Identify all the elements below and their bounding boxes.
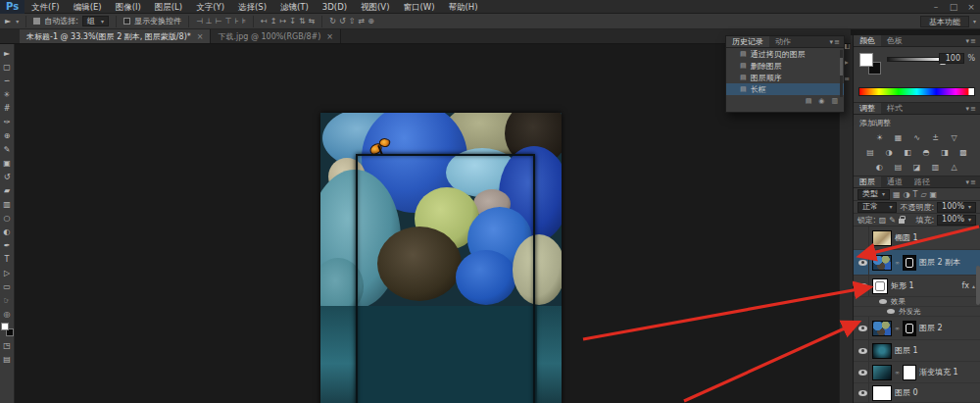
document-canvas[interactable] — [320, 113, 562, 403]
layer-row-rectangle-1[interactable]: 矩形 1 fx ▴ — [854, 276, 980, 297]
menu-window[interactable]: 窗口(W) — [396, 0, 441, 14]
layer-thumbnail[interactable] — [872, 321, 892, 336]
layer-thumbnail[interactable] — [872, 255, 892, 271]
history-step-current[interactable]: ▤ 长框 — [726, 83, 844, 95]
visibility-cell[interactable] — [857, 362, 869, 382]
color-swatches[interactable] — [1, 323, 14, 336]
gradient-tool[interactable]: ▥ — [0, 197, 15, 211]
panel-menu-icon[interactable]: ▾≡ — [830, 36, 844, 47]
tab-adjustments[interactable]: 调整 — [854, 103, 881, 114]
brush-tool[interactable]: ✎ — [0, 142, 15, 156]
color-spectrum-ramp[interactable] — [858, 87, 975, 96]
align-bottom-icon[interactable]: ⊧ — [242, 17, 246, 25]
tab-paths[interactable]: 路径 — [908, 176, 936, 187]
healing-brush-tool[interactable]: ⊕ — [0, 128, 15, 142]
restore-button[interactable]: □ — [945, 0, 962, 14]
layers-scrollbar[interactable] — [976, 266, 980, 305]
minimize-button[interactable]: – — [927, 0, 945, 14]
quick-mask-button[interactable]: ◳ — [0, 338, 15, 352]
blend-mode-dropdown[interactable]: 正常▾ — [858, 202, 897, 213]
panel-menu-icon[interactable]: ▾≡ — [966, 176, 980, 187]
new-document-from-state-icon[interactable]: ▤ — [806, 97, 812, 105]
tab-styles[interactable]: 样式 — [881, 103, 908, 114]
distribute-top-icon[interactable]: ↥ — [270, 17, 277, 25]
lock-transparency-icon[interactable]: ▨ — [879, 216, 887, 225]
actions-panel-icon[interactable]: ▸ — [844, 58, 848, 67]
color-value-field[interactable]: 100 — [939, 53, 964, 64]
close-tab-icon[interactable]: × — [197, 32, 204, 41]
type-tool[interactable]: T — [0, 252, 15, 266]
layer-mask-thumbnail[interactable] — [903, 321, 916, 336]
align-hcenter-icon[interactable]: ⊦ — [235, 17, 239, 25]
layer-row-layer-2-copy[interactable]: ∞ 图层 2 副本 — [854, 250, 980, 276]
tab-color[interactable]: 颜色 — [854, 35, 881, 46]
color-balance-icon[interactable]: ◑ — [883, 146, 896, 158]
filter-adjustment-layers-icon[interactable]: ◑ — [904, 190, 910, 199]
filter-shape-layers-icon[interactable]: ▱ — [920, 190, 926, 199]
hand-tool[interactable]: ☞ — [0, 293, 15, 307]
history-step-delete-layer[interactable]: ▤ 删除图层 — [726, 60, 844, 72]
3d-slide-icon[interactable]: ⇄ — [358, 17, 365, 25]
layer-thumbnail[interactable] — [872, 385, 892, 401]
layer-row-layer-1[interactable]: 图层 1 — [854, 340, 980, 362]
distribute-left-icon[interactable]: ↤ — [261, 17, 268, 25]
layer-effects-badge[interactable]: fx ▴ — [961, 281, 977, 290]
history-scrollbar[interactable] — [840, 50, 843, 97]
pen-tool[interactable]: ✒ — [0, 238, 15, 252]
screen-mode-button[interactable]: ▤ — [0, 352, 15, 366]
layer-row-ellipse-1[interactable]: 椭圆 1 — [854, 227, 980, 250]
3d-scale-icon[interactable]: ⊕ — [368, 17, 374, 25]
history-brush-tool[interactable]: ↺ — [0, 170, 15, 183]
auto-select-checkbox[interactable] — [33, 18, 40, 25]
menu-select[interactable]: 选择(S) — [231, 0, 273, 14]
history-step-layer-order[interactable]: ▤ 图层顺序 — [726, 72, 844, 83]
visibility-cell[interactable] — [857, 340, 869, 361]
tab-layers[interactable]: 图层 — [854, 176, 881, 187]
color-lookup-icon[interactable]: ▩ — [957, 146, 970, 158]
vector-mask-thumbnail[interactable] — [872, 278, 888, 294]
lock-all-icon[interactable] — [899, 219, 905, 224]
canvas-area[interactable] — [15, 44, 839, 403]
lock-pixels-icon[interactable]: ✎ — [889, 216, 896, 225]
layer-mask-thumbnail[interactable] — [903, 365, 916, 380]
show-transform-checkbox[interactable] — [123, 18, 130, 25]
tab-swatches[interactable]: 色板 — [881, 35, 908, 46]
mask-link-icon[interactable]: ∞ — [895, 325, 900, 331]
layer-thumbnail[interactable] — [872, 365, 892, 380]
3d-rotate-icon[interactable]: ↻ — [329, 17, 336, 25]
eye-icon[interactable] — [879, 299, 887, 304]
menu-layer[interactable]: 图层(L) — [148, 0, 189, 14]
visibility-cell[interactable] — [857, 227, 869, 249]
threshold-icon[interactable]: ◪ — [910, 161, 923, 173]
visibility-cell[interactable] — [857, 317, 869, 339]
outer-glow-row[interactable]: 外发光 — [854, 307, 980, 317]
effects-row[interactable]: 效果 — [854, 297, 980, 307]
layer-row-layer-0[interactable]: 图层 0 — [854, 383, 980, 403]
path-select-tool[interactable]: ▷ — [0, 266, 15, 279]
collapse-effects-icon[interactable]: ▴ — [972, 282, 975, 289]
distribute-vspace-icon[interactable]: ⇅ — [299, 17, 306, 25]
eye-icon[interactable] — [858, 370, 867, 376]
magic-wand-tool[interactable]: ✳ — [0, 87, 15, 101]
3d-roll-icon[interactable]: ↺ — [339, 17, 346, 25]
workspace-button[interactable]: 基本功能 — [920, 16, 969, 27]
eye-icon[interactable] — [887, 309, 895, 314]
distribute-hspace-icon[interactable]: ⇆ — [309, 17, 316, 25]
posterize-icon[interactable]: ▤ — [892, 161, 905, 173]
move-tool[interactable]: ► — [0, 46, 15, 60]
filter-type-dropdown[interactable]: 类型▾ — [858, 189, 890, 200]
menu-view[interactable]: 视图(V) — [354, 0, 396, 14]
3d-drag-icon[interactable]: ⇧ — [349, 17, 356, 25]
filter-smart-objects-icon[interactable]: ▣ — [930, 190, 938, 199]
menu-help[interactable]: 帮助(H) — [442, 0, 485, 14]
eyedropper-tool[interactable]: ✑ — [0, 115, 15, 128]
align-right-icon[interactable]: ⊢ — [216, 17, 222, 25]
crop-tool[interactable]: # — [0, 101, 15, 115]
menu-filter[interactable]: 滤镜(T) — [273, 0, 316, 14]
filter-type-layers-icon[interactable]: T — [913, 190, 918, 199]
menu-file[interactable]: 文件(F) — [24, 0, 67, 14]
channel-mixer-icon[interactable]: ◨ — [939, 146, 952, 158]
layer-row-layer-2[interactable]: ∞ 图层 2 — [854, 317, 980, 340]
eye-icon[interactable] — [858, 260, 867, 266]
panel-menu-icon[interactable]: ▾≡ — [966, 103, 980, 114]
